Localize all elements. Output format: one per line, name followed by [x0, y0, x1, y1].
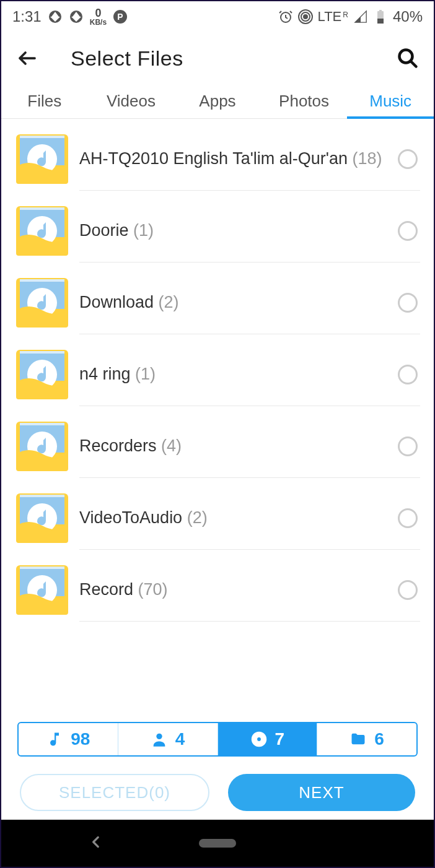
count-folder[interactable]: 6 — [317, 723, 416, 755]
folder-music-icon — [15, 276, 69, 330]
count-people[interactable]: 4 — [118, 723, 218, 755]
tab-apps[interactable]: Apps — [174, 84, 261, 118]
tabs: Files Videos Apps Photos Music — [1, 84, 434, 119]
list-item[interactable]: VideoToAudio (2) — [1, 478, 434, 550]
list-item[interactable]: AH-TQ2010 English Ta'lim al-Qur'an (18) — [1, 119, 434, 191]
list-item[interactable]: Recorders (4) — [1, 406, 434, 478]
search-button[interactable] — [395, 46, 420, 71]
music-folder-list: AH-TQ2010 English Ta'lim al-Qur'an (18) … — [1, 119, 434, 622]
folder-music-icon — [15, 347, 69, 402]
hotspot-icon — [298, 9, 313, 24]
select-radio[interactable] — [398, 293, 418, 313]
svg-rect-35 — [20, 423, 64, 425]
list-item[interactable]: Record (70) — [1, 550, 434, 622]
svg-point-52 — [156, 734, 162, 739]
svg-rect-40 — [20, 495, 64, 497]
category-counts: 98 4 7 6 — [17, 722, 418, 757]
select-radio[interactable] — [398, 580, 418, 600]
battery-percent: 40% — [393, 8, 423, 25]
folder-music-icon — [15, 563, 69, 617]
select-radio[interactable] — [398, 365, 418, 384]
nav-back-icon[interactable] — [88, 834, 104, 853]
svg-point-54 — [257, 737, 261, 742]
item-name: Doorie (1) — [79, 221, 385, 240]
item-name: n4 ring (1) — [79, 365, 385, 384]
folder-music-icon — [15, 204, 69, 258]
tab-videos[interactable]: Videos — [88, 84, 175, 118]
page-title: Select Files — [71, 46, 183, 71]
action-buttons: SELECTED(0) NEXT — [20, 774, 415, 811]
camera-aperture-icon — [69, 9, 84, 24]
tab-music[interactable]: Music — [347, 84, 434, 118]
network-type: LTE — [318, 9, 342, 25]
p-icon: P — [113, 9, 128, 24]
count-disc[interactable]: 7 — [218, 723, 318, 755]
battery-icon — [373, 9, 388, 24]
item-name: Recorders (4) — [79, 436, 385, 456]
svg-point-5 — [304, 15, 307, 19]
status-time: 1:31 — [12, 8, 42, 25]
item-name: VideoToAudio (2) — [79, 508, 385, 527]
folder-music-icon — [15, 491, 69, 545]
signal-icon — [353, 9, 368, 24]
select-radio[interactable] — [398, 508, 418, 528]
camera-aperture-icon — [48, 9, 63, 24]
tab-photos[interactable]: Photos — [261, 84, 348, 118]
android-navbar — [1, 820, 434, 867]
svg-rect-9 — [379, 10, 382, 11]
item-name: AH-TQ2010 English Ta'lim al-Qur'an (18) — [79, 149, 385, 168]
svg-rect-15 — [20, 136, 64, 138]
svg-rect-10 — [377, 19, 384, 24]
tab-files[interactable]: Files — [1, 84, 88, 118]
next-button[interactable]: NEXT — [228, 774, 415, 811]
selected-button[interactable]: SELECTED(0) — [20, 774, 209, 811]
nav-home-pill[interactable] — [199, 839, 236, 848]
svg-rect-20 — [20, 207, 64, 210]
folder-music-icon — [15, 419, 69, 474]
svg-rect-25 — [20, 279, 64, 282]
list-item[interactable]: Download (2) — [1, 263, 434, 334]
alarm-icon — [278, 9, 293, 24]
status-bar: 1:31 0 KB/s P LTE R 40% — [1, 1, 434, 32]
svg-text:P: P — [117, 12, 123, 22]
select-radio[interactable] — [398, 436, 418, 456]
select-radio[interactable] — [398, 221, 418, 241]
header: Select Files — [1, 32, 434, 84]
select-radio[interactable] — [398, 149, 418, 169]
list-item[interactable]: n4 ring (1) — [1, 334, 434, 406]
svg-rect-45 — [20, 566, 64, 569]
svg-rect-30 — [20, 351, 64, 354]
item-name: Record (70) — [79, 580, 385, 599]
back-button[interactable] — [15, 46, 40, 71]
list-item[interactable]: Doorie (1) — [1, 191, 434, 263]
network-speed: 0 KB/s — [90, 7, 107, 26]
item-name: Download (2) — [79, 293, 385, 312]
status-left: 1:31 0 KB/s P — [12, 7, 128, 26]
status-right: LTE R 40% — [278, 8, 423, 25]
count-music[interactable]: 98 — [19, 723, 118, 755]
folder-music-icon — [15, 132, 69, 186]
network-roaming: R — [343, 11, 348, 19]
